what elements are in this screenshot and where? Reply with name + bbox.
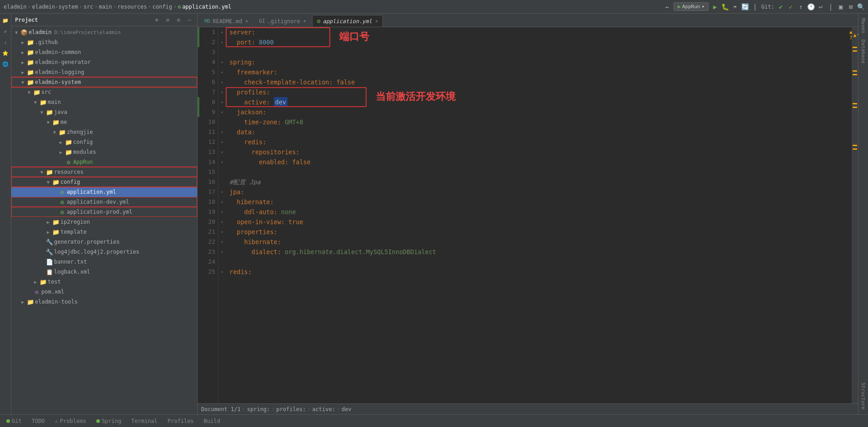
search-icon[interactable]: 🔍 bbox=[857, 3, 864, 10]
tree-apprun[interactable]: ▶ ⚙ AppRun bbox=[11, 157, 197, 167]
tree-resources[interactable]: ▼ 📁 resources bbox=[11, 167, 197, 177]
tree-logback[interactable]: ▶ 📋 logback.xml bbox=[11, 267, 197, 277]
settings-panel-icon[interactable]: ⚙ bbox=[174, 16, 183, 24]
git-check-icon[interactable]: ✔ bbox=[777, 3, 784, 10]
src-folder-icon: 📁 bbox=[33, 88, 40, 96]
code-line-21: properties: bbox=[229, 227, 852, 237]
tree-logging[interactable]: ▶ 📁 eladmin-logging bbox=[11, 67, 197, 77]
layout2-icon[interactable]: ⊞ bbox=[847, 3, 854, 10]
sync-icon[interactable]: 🔄 bbox=[741, 3, 749, 10]
code-line-3 bbox=[229, 47, 852, 57]
bc-main: main bbox=[99, 4, 112, 10]
tools-folder-icon: 📁 bbox=[27, 298, 34, 305]
project-icon[interactable]: 📁 bbox=[0, 15, 10, 25]
toolbar-right: ← ▶ AppRun ▾ ▶ 🐛 ☂ 🔄 | Git: ✔ ✓ ↑ 🕐 ↩ | … bbox=[664, 2, 864, 11]
bottom-tab-spring[interactable]: Spring bbox=[92, 416, 126, 427]
database-panel-btn[interactable]: Database bbox=[859, 37, 867, 66]
main-folder-icon: 📁 bbox=[40, 98, 47, 106]
tree-main[interactable]: ▼ 📁 main bbox=[11, 97, 197, 107]
left-sidebar-icons: 📁 ✔ ↓ ⭐ 🌐 bbox=[0, 14, 11, 414]
structure-panel-btn[interactable]: Structure bbox=[859, 380, 867, 412]
commit-icon[interactable]: ✔ bbox=[0, 26, 10, 36]
run-icon[interactable]: ▶ bbox=[711, 3, 719, 10]
tree-github[interactable]: ▶ 📁 .github bbox=[11, 37, 197, 47]
pull-request-icon[interactable]: ↓ bbox=[0, 37, 10, 47]
tree-system[interactable]: ▼ 📁 eladmin-system bbox=[11, 77, 197, 87]
tab-readme[interactable]: MD README.md × bbox=[199, 15, 253, 27]
tree-src[interactable]: ▼ 📁 src bbox=[11, 87, 197, 97]
apprun-button[interactable]: ▶ AppRun ▾ bbox=[674, 2, 709, 11]
tree-res-config[interactable]: ▼ 📁 config bbox=[11, 177, 197, 187]
git-revert-icon[interactable]: ↩ bbox=[817, 3, 824, 10]
git-push-icon[interactable]: ↑ bbox=[797, 3, 804, 10]
tree-ip2region[interactable]: ▶ 📁 ip2region bbox=[11, 217, 197, 227]
tree-me[interactable]: ▼ 📁 me bbox=[11, 117, 197, 127]
bottom-tab-profiles[interactable]: Profiles bbox=[163, 416, 198, 427]
tree-tools[interactable]: ▶ 📁 eladmin-tools bbox=[11, 297, 197, 307]
code-line-1: server: bbox=[229, 27, 852, 37]
hide-panel-icon[interactable]: — bbox=[185, 16, 193, 24]
git-ok-icon[interactable]: ✓ bbox=[787, 3, 794, 10]
bc-eladmin: eladmin bbox=[4, 4, 27, 10]
res-config-icon: 📁 bbox=[52, 178, 60, 186]
generator-folder-icon: 📁 bbox=[27, 59, 34, 66]
code-lines[interactable]: server: port: 8000 spring: freemarker: bbox=[226, 27, 852, 277]
tree-java[interactable]: ▼ 📁 java bbox=[11, 107, 197, 117]
scroll-mark-6 bbox=[853, 107, 857, 108]
scroll-mark-2 bbox=[853, 50, 857, 52]
tree-template[interactable]: ▶ 📁 template bbox=[11, 227, 197, 237]
bottom-tab-git[interactable]: Git bbox=[2, 416, 26, 427]
tab-application-yml[interactable]: ⚙ application.yml × bbox=[312, 15, 383, 27]
bottom-tab-problems[interactable]: ⚠ Problems bbox=[50, 416, 91, 427]
debug-icon[interactable]: 🐛 bbox=[721, 3, 729, 10]
tree-java-config[interactable]: ▶ 📁 config bbox=[11, 137, 197, 147]
git-history-icon[interactable]: 🕐 bbox=[807, 3, 814, 10]
close-gitignore-icon[interactable]: × bbox=[303, 19, 306, 24]
tree-generator[interactable]: ▶ 📁 eladmin-generator bbox=[11, 57, 197, 67]
github-folder-icon: 📁 bbox=[27, 39, 34, 46]
tree-log4jdbc-props[interactable]: ▶ 🔧 log4jdbc.log4j2.properties bbox=[11, 247, 197, 257]
tree-application-prod[interactable]: ▶ ⚙ application-prod.yml bbox=[11, 207, 197, 217]
pom-icon: m bbox=[33, 288, 40, 295]
bottom-tab-terminal[interactable]: Terminal bbox=[127, 416, 162, 427]
tree-test[interactable]: ▶ 📁 test bbox=[11, 277, 197, 287]
yml-icon-2: ⚙ bbox=[59, 198, 66, 206]
code-line-8: active: dev bbox=[229, 97, 852, 107]
code-line-7: profiles: bbox=[229, 87, 852, 97]
panel-title: Project bbox=[15, 17, 150, 23]
favorites-icon[interactable]: ⭐ bbox=[0, 48, 10, 58]
tree-pom[interactable]: ▶ m pom.xml bbox=[11, 287, 197, 297]
code-line-23: dialect: org.hibernate.dialect.MySQL5Inn… bbox=[229, 247, 852, 257]
resources-folder-icon: 📁 bbox=[46, 168, 53, 176]
bottom-tab-build[interactable]: Build bbox=[199, 416, 225, 427]
breadcrumb: eladmin › eladmin-system › src › main › … bbox=[4, 4, 232, 10]
code-line-18: hibernate: bbox=[229, 197, 852, 207]
modules-folder-icon: 📁 bbox=[65, 148, 72, 156]
coverage-icon[interactable]: ☂ bbox=[731, 3, 739, 10]
layout1-icon[interactable]: ▣ bbox=[837, 3, 844, 10]
close-readme-icon[interactable]: × bbox=[245, 19, 248, 24]
tab-gitignore[interactable]: GI .gitignore × bbox=[254, 15, 311, 27]
tree-zhengjie[interactable]: ▼ 📁 zhengjie bbox=[11, 127, 197, 137]
collapse-all-icon[interactable]: ≡ bbox=[164, 16, 172, 24]
tree-modules[interactable]: ▶ 📁 modules bbox=[11, 147, 197, 157]
fold-gutter: ▾ ▾ ▾ ▾ ▾ ▾ ▾ ▾ ▾ ▾ ▾ ▾ ▾ ▾ ▾ ▾ ▾ bbox=[218, 27, 226, 403]
system-folder-icon: 📁 bbox=[27, 79, 34, 86]
maven-panel-btn[interactable]: Maven bbox=[859, 15, 867, 36]
bottom-tab-todo[interactable]: TODO bbox=[27, 416, 50, 427]
tree-application-yml[interactable]: ▶ ⚙ application.yml bbox=[11, 187, 197, 197]
logging-folder-icon: 📁 bbox=[27, 69, 34, 76]
yml-icon-1: ⚙ bbox=[59, 188, 66, 196]
web-icon[interactable]: 🌐 bbox=[0, 59, 10, 69]
bc-system: eladmin-system bbox=[32, 4, 78, 10]
close-application-yml-icon[interactable]: × bbox=[375, 19, 378, 24]
tree-generator-props[interactable]: ▶ 🔧 generator.properties bbox=[11, 237, 197, 247]
right-panels: Maven Database Structure bbox=[858, 14, 868, 414]
tree-application-dev[interactable]: ▶ ⚙ application-dev.yml bbox=[11, 197, 197, 207]
back-icon[interactable]: ← bbox=[664, 3, 671, 10]
tree-common[interactable]: ▶ 📁 eladmin-common bbox=[11, 47, 197, 57]
code-line-25: redis: bbox=[229, 267, 852, 277]
tree-root[interactable]: ▼ 📦 eladmin D:\ideaProject\eladmin bbox=[11, 27, 197, 37]
globe-icon[interactable]: ⊕ bbox=[153, 16, 161, 24]
tree-banner[interactable]: ▶ 📄 banner.txt bbox=[11, 257, 197, 267]
